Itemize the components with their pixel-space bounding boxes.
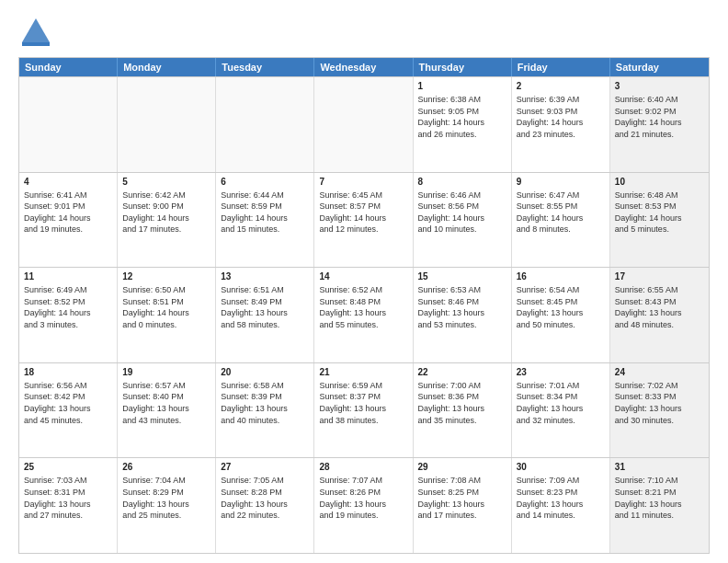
- cal-header-cell-friday: Friday: [512, 58, 610, 76]
- day-number: 6: [221, 176, 309, 189]
- cal-cell-7: 7Sunrise: 6:45 AMSunset: 8:57 PMDaylight…: [314, 173, 413, 268]
- day-info-line: Daylight: 13 hours: [517, 499, 605, 511]
- cal-cell-13: 13Sunrise: 6:51 AMSunset: 8:49 PMDayligh…: [216, 268, 314, 362]
- cal-week-1: 1Sunrise: 6:38 AMSunset: 9:05 PMDaylight…: [19, 76, 709, 172]
- day-info-line: Daylight: 13 hours: [319, 499, 407, 511]
- day-info-line: Daylight: 13 hours: [221, 499, 309, 511]
- day-number: 31: [615, 461, 704, 474]
- day-info-line: Sunset: 8:57 PM: [319, 201, 407, 213]
- day-info-line: Sunrise: 6:40 AM: [615, 94, 704, 106]
- day-info-line: Daylight: 14 hours: [221, 213, 309, 224]
- day-info-line: and 50 minutes.: [517, 319, 605, 331]
- calendar-header-row: SundayMondayTuesdayWednesdayThursdayFrid…: [19, 58, 709, 76]
- day-number: 7: [319, 176, 407, 189]
- day-info-line: Sunrise: 6:41 AM: [24, 190, 112, 201]
- day-info-line: Sunset: 8:23 PM: [517, 487, 605, 499]
- day-info-line: Daylight: 13 hours: [24, 499, 112, 511]
- day-info-line: Daylight: 13 hours: [418, 403, 506, 415]
- cal-cell-20: 20Sunrise: 6:58 AMSunset: 8:39 PMDayligh…: [216, 363, 314, 458]
- day-number: 27: [221, 461, 309, 474]
- day-info-line: Sunset: 8:25 PM: [418, 487, 506, 499]
- day-info-line: Sunrise: 7:02 AM: [615, 380, 704, 392]
- cal-cell-4: 4Sunrise: 6:41 AMSunset: 9:01 PMDaylight…: [19, 173, 118, 268]
- day-info-line: Daylight: 13 hours: [615, 499, 704, 511]
- cal-cell-18: 18Sunrise: 6:56 AMSunset: 8:42 PMDayligh…: [19, 363, 118, 458]
- day-info-line: Sunset: 8:31 PM: [24, 487, 112, 499]
- day-info-line: Sunset: 8:28 PM: [221, 487, 309, 499]
- day-info-line: and 12 minutes.: [319, 224, 407, 236]
- day-number: 17: [615, 270, 704, 283]
- day-info-line: Sunset: 8:59 PM: [221, 201, 309, 213]
- day-number: 18: [24, 366, 112, 379]
- day-info-line: and 5 minutes.: [615, 224, 704, 236]
- day-number: 16: [517, 270, 605, 283]
- day-info-line: and 35 minutes.: [418, 415, 506, 427]
- day-info-line: and 21 minutes.: [615, 129, 704, 141]
- day-info-line: Sunset: 8:52 PM: [24, 296, 112, 308]
- cal-cell-27: 27Sunrise: 7:05 AMSunset: 8:28 PMDayligh…: [216, 458, 314, 553]
- day-info-line: Daylight: 13 hours: [418, 499, 506, 511]
- cal-week-4: 18Sunrise: 6:56 AMSunset: 8:42 PMDayligh…: [19, 362, 709, 458]
- day-info-line: Sunrise: 6:53 AM: [418, 284, 506, 296]
- day-info-line: Sunrise: 7:10 AM: [615, 475, 704, 487]
- day-info-line: Sunset: 8:43 PM: [615, 296, 704, 308]
- day-info-line: Sunset: 9:02 PM: [615, 106, 704, 118]
- day-info-line: Sunset: 9:01 PM: [24, 201, 112, 213]
- day-info-line: Daylight: 13 hours: [221, 403, 309, 415]
- day-info-line: and 53 minutes.: [418, 319, 506, 331]
- cal-header-cell-thursday: Thursday: [414, 58, 512, 76]
- day-info-line: Sunrise: 6:58 AM: [221, 380, 309, 392]
- day-info-line: Daylight: 14 hours: [24, 307, 112, 319]
- day-info-line: Sunset: 8:21 PM: [615, 487, 704, 499]
- day-info-line: Daylight: 14 hours: [517, 117, 605, 129]
- day-number: 29: [418, 461, 506, 474]
- day-info-line: Daylight: 13 hours: [319, 403, 407, 415]
- day-info-line: Daylight: 14 hours: [122, 213, 210, 224]
- day-info-line: Sunset: 8:34 PM: [517, 391, 605, 403]
- day-info-line: and 15 minutes.: [221, 224, 309, 236]
- day-info-line: Sunrise: 6:47 AM: [517, 190, 605, 201]
- cal-cell-5: 5Sunrise: 6:42 AMSunset: 9:00 PMDaylight…: [118, 173, 216, 268]
- day-info-line: Sunset: 9:03 PM: [517, 106, 605, 118]
- day-info-line: Daylight: 13 hours: [24, 403, 112, 415]
- day-info-line: and 10 minutes.: [418, 224, 506, 236]
- day-info-line: and 55 minutes.: [319, 319, 407, 331]
- day-info-line: Daylight: 13 hours: [122, 403, 210, 415]
- day-info-line: Sunset: 8:36 PM: [418, 391, 506, 403]
- day-info-line: Sunset: 8:33 PM: [615, 391, 704, 403]
- cal-cell-31: 31Sunrise: 7:10 AMSunset: 8:21 PMDayligh…: [610, 458, 709, 553]
- day-number: 12: [122, 270, 210, 283]
- logo-icon: [18, 15, 53, 50]
- day-info-line: Sunrise: 7:09 AM: [517, 475, 605, 487]
- cal-cell-2: 2Sunrise: 6:39 AMSunset: 9:03 PMDaylight…: [512, 77, 610, 172]
- page: SundayMondayTuesdayWednesdayThursdayFrid…: [0, 0, 728, 563]
- cal-cell-22: 22Sunrise: 7:00 AMSunset: 8:36 PMDayligh…: [414, 363, 512, 458]
- day-info-line: Sunrise: 6:51 AM: [221, 284, 309, 296]
- day-info-line: and 22 minutes.: [221, 510, 309, 522]
- cal-cell-11: 11Sunrise: 6:49 AMSunset: 8:52 PMDayligh…: [19, 268, 118, 362]
- day-number: 5: [122, 176, 210, 189]
- day-number: 10: [615, 176, 704, 189]
- day-info-line: Daylight: 14 hours: [615, 117, 704, 129]
- cal-header-cell-wednesday: Wednesday: [314, 58, 413, 76]
- day-number: 30: [517, 461, 605, 474]
- day-info-line: Sunrise: 6:44 AM: [221, 190, 309, 201]
- day-info-line: Sunrise: 7:04 AM: [122, 475, 210, 487]
- day-number: 15: [418, 270, 506, 283]
- day-info-line: Sunset: 8:40 PM: [122, 391, 210, 403]
- day-info-line: Daylight: 13 hours: [122, 499, 210, 511]
- cal-cell-1: 1Sunrise: 6:38 AMSunset: 9:05 PMDaylight…: [414, 77, 512, 172]
- cal-cell-16: 16Sunrise: 6:54 AMSunset: 8:45 PMDayligh…: [512, 268, 610, 362]
- day-number: 20: [221, 366, 309, 379]
- day-info-line: Daylight: 14 hours: [122, 307, 210, 319]
- day-info-line: and 26 minutes.: [418, 129, 506, 141]
- day-info-line: Sunset: 9:00 PM: [122, 201, 210, 213]
- day-info-line: Sunrise: 6:49 AM: [24, 284, 112, 296]
- day-info-line: Sunrise: 6:56 AM: [24, 380, 112, 392]
- day-info-line: and 19 minutes.: [24, 224, 112, 236]
- day-info-line: Sunset: 8:37 PM: [319, 391, 407, 403]
- day-info-line: and 45 minutes.: [24, 415, 112, 427]
- day-number: 23: [517, 366, 605, 379]
- cal-cell-10: 10Sunrise: 6:48 AMSunset: 8:53 PMDayligh…: [610, 173, 709, 268]
- day-info-line: and 0 minutes.: [122, 319, 210, 331]
